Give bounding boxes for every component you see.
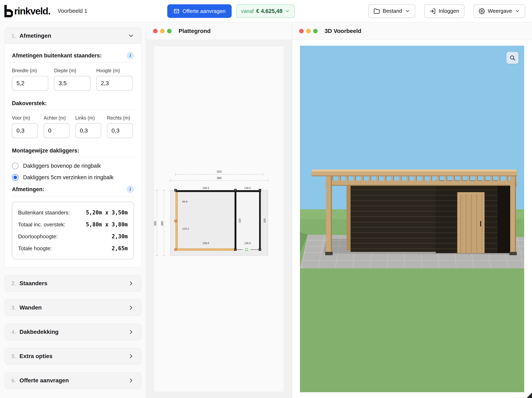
window-dot-red	[153, 29, 158, 33]
summary-row: Totale hoogte: 2,65m	[18, 242, 128, 254]
section-title: Dakbedekking	[19, 329, 59, 335]
window-dot-yellow	[160, 29, 165, 33]
door	[457, 192, 484, 253]
section-staanders-header: 2. Staanders	[5, 275, 141, 291]
zoom-button[interactable]	[507, 52, 519, 64]
section-dakbedekking[interactable]: 4. Dakbedekking	[4, 324, 141, 340]
voor-field: Voor (m)	[12, 115, 38, 138]
diepte-label: Diepte (m)	[54, 68, 90, 73]
diepte-field: Diepte (m)	[54, 68, 90, 91]
wall-right	[259, 190, 261, 250]
project-name: Voorbeeld 1	[58, 8, 87, 14]
chevron-down-icon	[515, 9, 520, 13]
dimension-fields: Breedte (m) Diepte (m) Hoogte (m)	[12, 68, 134, 91]
dakliggers-radio-group: Dakliggers bovenop de ringbalk Dakligger…	[12, 163, 134, 181]
section-afmetingen: 1. Afmetingen Afmetingen buitenkant staa…	[4, 28, 141, 267]
chevron-right-icon	[128, 353, 134, 359]
floorplan-sheet: 520 580 350 380 338.5	[154, 46, 284, 392]
door-marker	[245, 248, 248, 251]
rechts-input[interactable]	[107, 123, 133, 138]
summary-label: Doorloophoogte:	[18, 233, 58, 240]
price-dropdown[interactable]: vanaf € 4.625,48	[236, 4, 295, 18]
summary-value: 2,30m	[112, 233, 128, 239]
marker-2: 2	[235, 249, 236, 251]
section-staanders[interactable]: 2. Staanders	[4, 275, 141, 292]
links-label: Links (m)	[75, 115, 101, 121]
radio-dakliggers-verzinken[interactable]: Dakliggers 5cm verzinken in ringbalk	[12, 174, 134, 181]
inloggen-label: Inloggen	[439, 8, 459, 14]
radio-label: Dakliggers bovenop de ringbalk	[23, 163, 101, 169]
afmetingen-summary-heading: Afmetingen:	[12, 186, 44, 193]
dim-seg-top-left: 338.5	[203, 186, 209, 190]
login-icon	[430, 8, 436, 14]
3d-viewport[interactable]	[300, 46, 524, 392]
dim-seg-bottom-left: 338.5	[203, 242, 209, 245]
buitenkant-heading: Afmetingen buitenkant staanders:	[12, 52, 102, 59]
weergave-button[interactable]: Weergave	[473, 4, 525, 18]
achter-field: Achter (m)	[44, 115, 70, 138]
summary-label: Buitenkant staanders:	[18, 210, 70, 216]
marker-5: 5	[235, 189, 236, 191]
summary-label: Totaal inc. overstek:	[18, 221, 65, 228]
summary-row: Totaal inc. overstek: 5,80m x 3,80m	[18, 218, 128, 231]
offerte-aanvragen-button[interactable]: Offerte aanvragen	[167, 4, 232, 18]
bestand-label: Bestand	[383, 8, 402, 14]
3d-title: 3D Voorbeeld	[325, 28, 361, 34]
rechts-label: Rechts (m)	[107, 115, 133, 121]
section-number: 3.	[12, 305, 16, 311]
offerte-aanvragen-label: Offerte aanvragen	[183, 8, 225, 14]
3d-scene	[300, 46, 524, 392]
info-icon[interactable]: i	[127, 186, 134, 193]
section-extra-opties-header: 5. Extra opties	[5, 348, 141, 364]
plattegrond-panel: Plattegrond	[146, 22, 292, 398]
section-title: Afmetingen	[19, 32, 51, 39]
summary-label: Totale hoogte:	[18, 245, 52, 252]
diepte-input[interactable]	[54, 76, 90, 91]
resize-corner[interactable]	[527, 393, 532, 398]
magnifier-icon	[509, 55, 516, 61]
breedte-field: Breedte (m)	[12, 68, 48, 91]
section-wanden[interactable]: 3. Wanden	[4, 299, 141, 316]
logo[interactable]: rinkveld.	[4, 5, 50, 17]
radio-circle-checked	[12, 174, 19, 181]
beam-front	[176, 249, 235, 251]
dim-height-right: 320	[263, 218, 266, 223]
summary-row: Doorloophoogte: 2,30m	[18, 231, 128, 242]
section-number: 5.	[12, 353, 16, 359]
topbar-right-group: Bestand Inloggen Weergave	[368, 4, 525, 18]
plattegrond-header: Plattegrond	[146, 22, 292, 40]
voor-input[interactable]	[12, 123, 38, 138]
dim-seg-bottom-right: 136.5	[244, 242, 251, 245]
afmetingen-summary-heading-row: Afmetingen: i	[12, 186, 134, 196]
summary-value: 5,80m x 3,80m	[86, 221, 128, 228]
price-prefix: vanaf	[241, 8, 254, 14]
bestand-button[interactable]: Bestand	[368, 4, 415, 18]
topbar-center-group: Offerte aanvragen vanaf € 4.625,48	[167, 0, 295, 22]
section-number: 6.	[12, 378, 16, 384]
radio-circle	[12, 163, 19, 169]
section-number: 1.	[12, 33, 16, 39]
buitenkant-heading-row: Afmetingen buitenkant staanders: i	[12, 52, 134, 63]
hoogte-input[interactable]	[96, 76, 133, 91]
chevron-down-icon	[128, 32, 134, 39]
section-extra-opties[interactable]: 5. Extra opties	[4, 348, 141, 365]
plattegrond-canvas[interactable]: 520 580 350 380 338.5	[146, 40, 292, 398]
dakoverstek-heading: Dakoverstek:	[12, 100, 47, 107]
mail-icon	[173, 8, 180, 14]
window-dot-yellow	[306, 29, 311, 33]
achter-input[interactable]	[44, 123, 70, 138]
summary-row: Buitenkant staanders: 5,20m x 3,50m	[18, 207, 128, 218]
radio-dakliggers-bovenop[interactable]: Dakliggers bovenop de ringbalk	[12, 163, 134, 169]
section-afmetingen-header[interactable]: 1. Afmetingen	[5, 28, 141, 44]
section-offerte-aanvragen[interactable]: 6. Offerte aanvragen	[4, 372, 141, 389]
3d-body	[292, 40, 532, 398]
links-input[interactable]	[75, 123, 101, 138]
breedte-label: Breedte (m)	[12, 68, 48, 73]
wall-divider	[234, 190, 236, 250]
inloggen-button[interactable]: Inloggen	[424, 4, 464, 18]
breedte-input[interactable]	[12, 76, 48, 91]
marker-1: 1	[175, 249, 176, 251]
info-icon[interactable]: i	[127, 52, 134, 59]
logo-text: rinkveld.	[14, 5, 50, 17]
montage-heading: Montagewijze dakliggers:	[12, 148, 79, 154]
